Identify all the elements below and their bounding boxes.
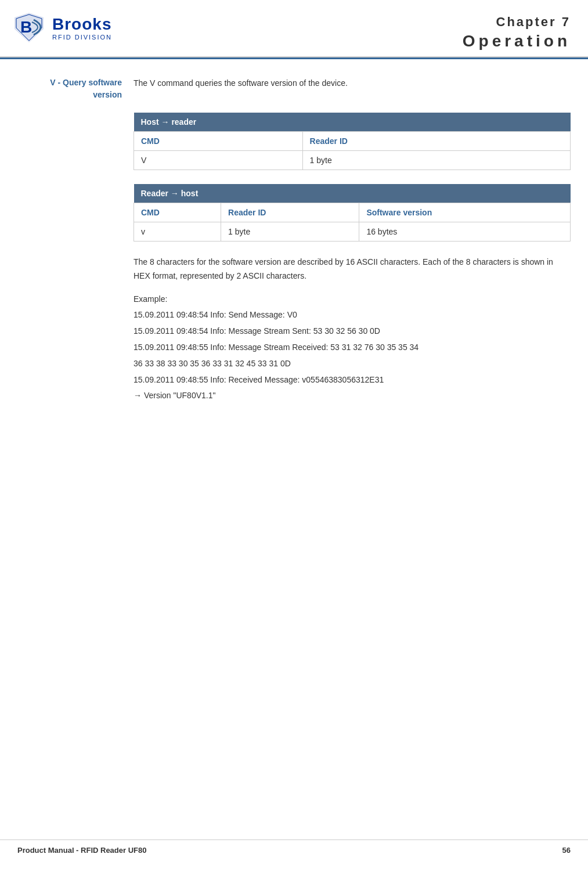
host-to-reader-readerid-value: 1 byte (302, 151, 570, 170)
section-label-line1: V - Query software (50, 78, 122, 87)
logo-area: B Brooks RFID DIVISION (12, 12, 139, 44)
example-line3: 15.09.2011 09:48:55 Info: Message Stream… (134, 341, 571, 355)
reader-to-host-header-cell: Reader → host (134, 184, 571, 203)
logo-text: Brooks RFID DIVISION (52, 15, 112, 41)
brooks-logo-icon: B (12, 12, 46, 44)
example-line6: → Version "UF80V1.1" (134, 389, 571, 403)
host-to-reader-col2-header: Reader ID (302, 132, 570, 151)
chapter-label: Chapter 7 (139, 15, 571, 30)
host-to-reader-header-row: Host → reader (134, 113, 571, 132)
host-to-reader-col-header-row: CMD Reader ID (134, 132, 571, 151)
reader-to-host-col2-header: Reader ID (221, 203, 359, 222)
reader-to-host-header-row: Reader → host (134, 184, 571, 203)
host-to-reader-table: Host → reader CMD Reader ID V 1 byte (134, 113, 571, 170)
footer-page-number: 56 (562, 846, 571, 855)
example-line1: 15.09.2011 09:48:54 Info: Send Message: … (134, 308, 571, 322)
body-text-example: Example: 15.09.2011 09:48:54 Info: Send … (134, 293, 571, 403)
page-footer: Product Manual - RFID Reader UF80 56 (0, 839, 588, 860)
reader-to-host-col3-header: Software version (359, 203, 571, 222)
example-label: Example: (134, 293, 571, 307)
svg-text:B: B (20, 18, 32, 36)
section-heading-row: V - Query software version The V command… (17, 77, 571, 101)
reader-to-host-cmd-value: v (134, 222, 221, 242)
reader-to-host-readerid-value: 1 byte (221, 222, 359, 242)
section-label-line2: version (93, 90, 122, 99)
host-to-reader-col1-header: CMD (134, 132, 303, 151)
example-line2: 15.09.2011 09:48:54 Info: Message Stream… (134, 325, 571, 338)
host-to-reader-data-row: V 1 byte (134, 151, 571, 170)
main-content: V - Query software version The V command… (0, 59, 588, 430)
reader-to-host-data-row: v 1 byte 16 bytes (134, 222, 571, 242)
footer-left-text: Product Manual - RFID Reader UF80 (17, 846, 146, 855)
header-chapter-area: Chapter 7 Operation (139, 12, 571, 51)
body-text-paragraph1: The 8 characters for the software versio… (134, 255, 571, 283)
example-line5: 15.09.2011 09:48:55 Info: Received Messa… (134, 373, 571, 387)
section-description: The V command queries the software versi… (134, 77, 571, 89)
reader-to-host-col1-header: CMD (134, 203, 221, 222)
host-to-reader-cmd-value: V (134, 151, 303, 170)
reader-to-host-table-wrapper: Reader → host CMD Reader ID Software ver… (134, 184, 571, 242)
reader-to-host-table: Reader → host CMD Reader ID Software ver… (134, 184, 571, 242)
example-line4: 36 33 38 33 30 35 36 33 31 32 45 33 31 0… (134, 357, 571, 371)
logo-brooks-text: Brooks (52, 15, 112, 34)
reader-to-host-softwareversion-value: 16 bytes (359, 222, 571, 242)
host-to-reader-header-cell: Host → reader (134, 113, 571, 132)
section-label: V - Query software version (17, 77, 134, 101)
body-paragraph1: The 8 characters for the software versio… (134, 255, 571, 283)
logo-rfid-text: RFID DIVISION (52, 34, 112, 41)
host-to-reader-table-wrapper: Host → reader CMD Reader ID V 1 byte (134, 113, 571, 170)
reader-to-host-col-header-row: CMD Reader ID Software version (134, 203, 571, 222)
operation-label: Operation (139, 32, 571, 51)
page-header: B Brooks RFID DIVISION Chapter 7 Operati… (0, 0, 588, 57)
